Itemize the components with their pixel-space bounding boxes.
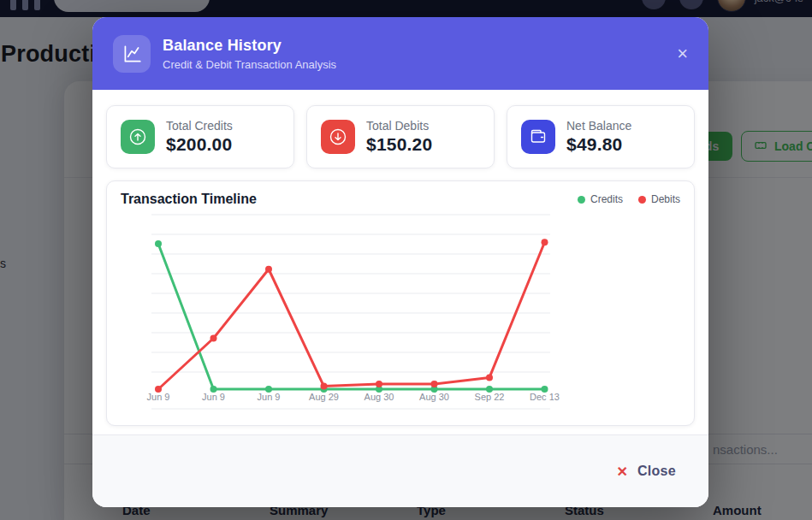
stats-row: Total Credits $200.00 Total Debits $150.… — [106, 105, 695, 168]
modal-footer: ✕ Close — [92, 434, 708, 507]
svg-text:Sep 22: Sep 22 — [475, 392, 505, 402]
line-chart-icon — [113, 35, 151, 73]
modal-body: Total Credits $200.00 Total Debits $150.… — [92, 90, 708, 434]
stat-label: Net Balance — [566, 119, 631, 133]
stat-label: Total Debits — [366, 119, 432, 133]
modal-title: Balance History — [163, 37, 336, 55]
total-credits-card: Total Credits $200.00 — [106, 105, 294, 168]
screen: ⏷ ⋯ jack@c-le Production s ds Load Co ns… — [0, 0, 812, 520]
legend-debits: Debits — [638, 193, 680, 205]
total-debits-card: Total Debits $150.20 — [306, 105, 495, 168]
wallet-icon — [521, 120, 555, 154]
modal-subtitle: Credit & Debit Transaction Analysis — [163, 58, 336, 71]
legend-credits: Credits — [578, 193, 623, 205]
credits-dot-icon — [578, 196, 585, 204]
svg-text:Dec 13: Dec 13 — [530, 392, 560, 402]
net-balance-card: Net Balance $49.80 — [507, 105, 695, 168]
svg-text:Jun 9: Jun 9 — [202, 392, 225, 402]
arrow-up-circle-icon — [121, 120, 155, 154]
close-button-label: Close — [637, 464, 676, 479]
close-icon[interactable]: × — [677, 44, 688, 63]
transaction-timeline-card: Transaction Timeline Credits Debits Jun … — [106, 180, 695, 426]
modal-header: Balance History Credit & Debit Transacti… — [92, 17, 708, 90]
stat-label: Total Credits — [166, 119, 233, 133]
svg-text:Jun 9: Jun 9 — [258, 392, 281, 402]
timeline-chart: Jun 9Jun 9Jun 9Aug 29Aug 30Aug 30Sep 22D… — [121, 210, 682, 413]
svg-text:Aug 30: Aug 30 — [419, 392, 449, 402]
close-button[interactable]: ✕ Close — [617, 464, 676, 480]
stat-value: $150.20 — [366, 134, 432, 155]
chart-title: Transaction Timeline — [121, 192, 257, 207]
svg-text:Jun 9: Jun 9 — [147, 392, 170, 402]
arrow-down-circle-icon — [321, 120, 355, 154]
stat-value: $49.80 — [566, 134, 631, 155]
stat-value: $200.00 — [166, 134, 233, 155]
debits-dot-icon — [638, 196, 646, 204]
close-x-icon: ✕ — [617, 464, 628, 480]
chart-legend: Credits Debits — [578, 193, 680, 205]
balance-history-modal: Balance History Credit & Debit Transacti… — [92, 17, 708, 507]
svg-text:Aug 29: Aug 29 — [309, 392, 339, 402]
svg-text:Aug 30: Aug 30 — [365, 392, 394, 402]
